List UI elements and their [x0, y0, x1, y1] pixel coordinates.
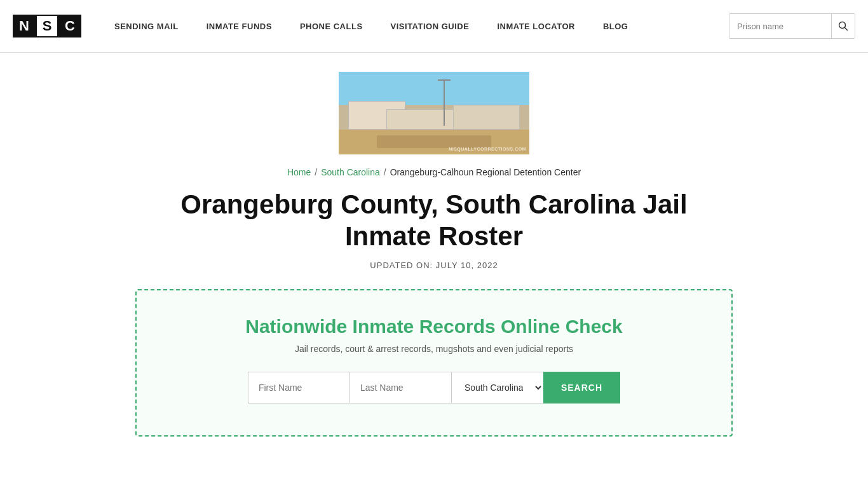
nav-inmate-locator[interactable]: INMATE LOCATOR [483, 0, 589, 53]
road [377, 135, 491, 148]
header-search-input[interactable] [729, 14, 831, 38]
search-button[interactable]: SEARCH [543, 372, 620, 403]
breadcrumb-state[interactable]: South Carolina [321, 167, 380, 177]
nav-sending-mail[interactable]: SENDING MAIL [100, 0, 193, 53]
search-icon [838, 21, 848, 31]
search-panel-subtitle: Jail records, court & arrest records, mu… [295, 344, 573, 354]
breadcrumb-sep-1: / [315, 167, 317, 177]
header-search-button[interactable] [831, 14, 855, 38]
site-header: N S C SENDING MAIL INMATE FUNDS PHONE CA… [0, 0, 868, 53]
breadcrumb-current: Orangeburg-Calhoun Regional Detention Ce… [390, 167, 581, 177]
logo-s: S [36, 15, 58, 37]
pole-top [438, 79, 451, 81]
search-panel-title: Nationwide Inmate Records Online Check [245, 316, 622, 337]
breadcrumb-home[interactable]: Home [287, 167, 311, 177]
breadcrumb-sep-2: / [384, 167, 386, 177]
breadcrumb: Home / South Carolina / Orangeburg-Calho… [287, 167, 581, 177]
logo-c: C [58, 15, 81, 37]
main-content: NISQUALLYCORRECTIONS.COM Home / South Ca… [0, 53, 868, 462]
nav-blog[interactable]: BLOG [589, 0, 642, 53]
last-name-input[interactable] [349, 372, 451, 403]
main-nav: SENDING MAIL INMATE FUNDS PHONE CALLS VI… [100, 0, 729, 53]
pole [444, 80, 445, 126]
updated-on: UPDATED ON: JULY 10, 2022 [370, 261, 498, 270]
nav-phone-calls[interactable]: PHONE CALLS [286, 0, 377, 53]
header-search [729, 13, 855, 39]
search-panel: Nationwide Inmate Records Online Check J… [135, 289, 733, 437]
logo-n: N [13, 15, 36, 37]
page-title: Orangeburg County, South Carolina Jail I… [148, 189, 720, 253]
nav-visitation-guide[interactable]: VISITATION GUIDE [377, 0, 484, 53]
state-select[interactable]: South CarolinaAlabamaAlaskaArizonaArkans… [451, 372, 543, 403]
facility-image: NISQUALLYCORRECTIONS.COM [339, 72, 529, 154]
building-right [453, 105, 520, 130]
inmate-search-form: South CarolinaAlabamaAlaskaArizonaArkans… [248, 372, 620, 403]
facility-image-bg: NISQUALLYCORRECTIONS.COM [339, 72, 529, 154]
svg-line-1 [845, 28, 848, 30]
site-logo[interactable]: N S C [13, 15, 81, 37]
first-name-input[interactable] [248, 372, 349, 403]
nav-inmate-funds[interactable]: INMATE FUNDS [193, 0, 286, 53]
watermark-text: NISQUALLYCORRECTIONS.COM [449, 147, 526, 151]
